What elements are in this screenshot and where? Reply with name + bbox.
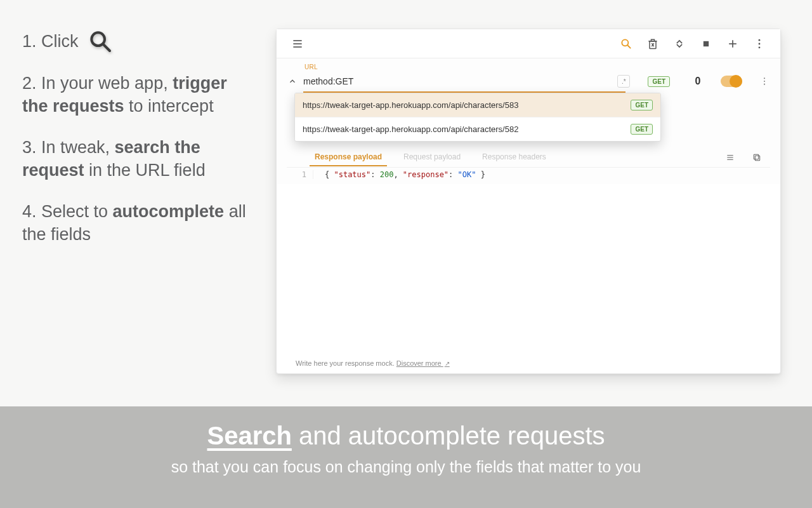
line-number: 1 (293, 170, 313, 179)
discover-more-link[interactable]: Discover more ↗ (396, 359, 450, 367)
svg-point-5 (622, 39, 628, 46)
search-icon[interactable] (615, 32, 638, 55)
toolbar (277, 29, 780, 58)
rule-area: URL .* GET 0 (277, 58, 780, 184)
step-3: 3. In tweak, search the request in the U… (22, 136, 251, 182)
step-2: 2. In your web app, trigger the requests… (22, 72, 251, 118)
regex-toggle[interactable]: .* (617, 75, 630, 88)
svg-point-16 (764, 81, 765, 82)
footer-hint: Write here your response mock. Discover … (296, 359, 450, 367)
banner-subtitle: so that you can focus on changing only t… (0, 458, 812, 476)
list-icon[interactable] (724, 152, 736, 163)
autocomplete-url: https://tweak-target-app.herokuapp.com/a… (303, 100, 624, 110)
method-chip[interactable]: GET (648, 76, 670, 87)
hamburger-icon[interactable] (286, 32, 309, 55)
autocomplete-item[interactable]: https://tweak-target-app.herokuapp.com/a… (295, 93, 660, 117)
external-link-icon: ↗ (445, 360, 450, 367)
svg-point-17 (764, 84, 765, 85)
delete-x-icon[interactable] (641, 32, 664, 55)
enable-toggle[interactable] (721, 76, 742, 87)
code-editor[interactable]: 1 { "status": 200, "response": "OK" } (287, 168, 770, 182)
instructions-panel: 1. Click 2. In your web app, trigger the… (22, 29, 251, 406)
step-1: 1. Click (22, 29, 251, 54)
plus-icon[interactable] (721, 32, 744, 55)
code-line: { "status": 200, "response": "OK" } (313, 170, 485, 179)
svg-point-14 (759, 46, 761, 48)
svg-line-6 (628, 45, 631, 48)
svg-rect-9 (704, 41, 709, 46)
copy-icon[interactable] (751, 152, 763, 163)
app-panel: URL .* GET 0 (276, 29, 781, 374)
svg-point-15 (764, 77, 765, 79)
svg-line-1 (103, 44, 110, 51)
svg-rect-22 (754, 154, 758, 159)
bottom-banner: Search and autocomplete requests so that… (0, 406, 812, 508)
search-icon (88, 29, 113, 54)
tab-response-payload[interactable]: Response payload (310, 149, 387, 166)
autocomplete-method-chip: GET (631, 100, 653, 110)
url-input[interactable] (303, 75, 612, 88)
autocomplete-url: https://tweak-target-app.herokuapp.com/a… (303, 124, 624, 134)
chevron-up-icon[interactable] (287, 76, 298, 87)
tab-request-payload[interactable]: Request payload (398, 149, 466, 166)
tabs-row: Response payload Request payload Respons… (287, 147, 770, 168)
url-label: URL (304, 64, 770, 70)
autocomplete-item[interactable]: https://tweak-target-app.herokuapp.com/a… (295, 117, 660, 141)
step-1-text: 1. Click (22, 30, 79, 53)
banner-title: Search and autocomplete requests (0, 422, 812, 450)
svg-point-12 (759, 39, 761, 41)
stop-icon[interactable] (695, 32, 717, 55)
tab-response-headers[interactable]: Response headers (477, 149, 551, 166)
rule-more-vert-icon[interactable] (759, 72, 770, 90)
hit-count: 0 (691, 76, 704, 87)
autocomplete-dropdown: https://tweak-target-app.herokuapp.com/a… (294, 93, 661, 142)
svg-rect-21 (755, 156, 759, 160)
collapse-icon[interactable] (668, 32, 691, 55)
more-vert-icon[interactable] (748, 32, 771, 55)
step-4: 4. Select to autocomplete all the fields (22, 200, 251, 246)
svg-point-13 (759, 43, 761, 44)
autocomplete-method-chip: GET (631, 124, 653, 135)
